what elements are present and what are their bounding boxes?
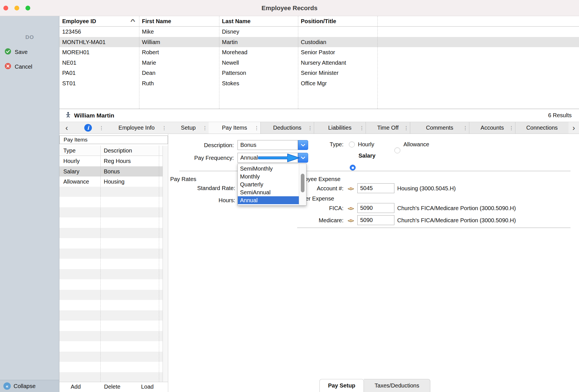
cell-type: Hourly	[59, 156, 100, 166]
cell-employee-id: ST01	[59, 78, 139, 89]
table-row[interactable]: ST01 Ruth Stokes Office Mgr	[59, 78, 579, 89]
tabs-scroll-right-button[interactable]: ›	[569, 122, 579, 134]
collapse-chevrons-icon: «	[3, 382, 11, 390]
tab-menu-icon[interactable]: ⋮	[359, 125, 364, 131]
ledger-icon[interactable]	[347, 217, 355, 224]
radio-allowance[interactable]	[394, 147, 400, 153]
tab-comments[interactable]: Comments⋮	[410, 122, 469, 134]
cell-description: Bonus	[100, 166, 163, 177]
description-field[interactable]: Bonus	[237, 140, 298, 150]
tab-menu-icon[interactable]: ⋮	[254, 125, 259, 131]
tab-connections[interactable]: Connections	[515, 122, 569, 134]
tab-taxes-deductions[interactable]: Taxes/Deductions	[364, 379, 430, 392]
tab-menu-icon[interactable]: ⋮	[202, 125, 207, 131]
radio-hourly[interactable]	[349, 141, 355, 147]
table-row[interactable]: MOREH01 Robert Morehead Senior Pastor	[59, 47, 579, 58]
collapse-label: Collapse	[14, 383, 36, 389]
menu-item-quarterly[interactable]: Quarterly	[238, 180, 299, 188]
menu-item-annual-selected[interactable]: Annual	[238, 196, 299, 204]
ledger-icon[interactable]	[347, 186, 355, 192]
tab-deductions[interactable]: Deductions⋮	[260, 122, 314, 134]
cell-position	[298, 27, 377, 37]
tab-time-off[interactable]: Time Off⋮	[366, 122, 410, 134]
sort-ascending-icon[interactable]: ^	[130, 16, 135, 26]
add-pay-item-button[interactable]: Add	[71, 384, 81, 390]
tab-liabilities[interactable]: Liabilities⋮	[314, 122, 366, 134]
pay-item-row[interactable]: Hourly Reg Hours	[59, 156, 163, 166]
medicare-description: Church's FICA/Medicare Portion (3000.509…	[397, 216, 516, 224]
menu-item-semiannual[interactable]: SemiAnnual	[238, 188, 299, 196]
pay-frequency-dropdown-button[interactable]	[298, 153, 308, 163]
menu-item-monthly[interactable]: Monthly	[238, 173, 299, 180]
description-label: Description:	[170, 141, 234, 149]
menu-item-semimonthly[interactable]: SemiMonthly	[238, 165, 299, 173]
pay-items-scrollbar[interactable]	[163, 146, 168, 382]
table-row[interactable]: 123456 Mike Disney	[59, 27, 579, 37]
table-row-selected[interactable]: MONTHLY-MA01 William Martin Custodian	[59, 37, 579, 47]
column-header-position-title[interactable]: Position/Title	[298, 16, 377, 26]
tab-setup[interactable]: Setup⋮	[168, 122, 209, 134]
column-divider	[298, 16, 298, 109]
tab-menu-icon[interactable]: ⋮	[509, 125, 514, 131]
tab-menu-icon[interactable]: ⋮	[162, 125, 167, 131]
tabs-scroll-left-button[interactable]: ‹	[59, 122, 74, 134]
column-header-last-name[interactable]: Last Name	[219, 16, 298, 26]
cell-last-name: Stokes	[219, 78, 298, 89]
cell-employee-id: PA01	[59, 68, 139, 78]
radio-salary-label[interactable]: Salary	[358, 152, 375, 160]
collapse-sidebar-button[interactable]: « Collapse	[0, 380, 59, 392]
radio-salary-selected[interactable]	[350, 165, 356, 171]
cell-first-name: Mike	[139, 27, 219, 37]
tab-menu-icon[interactable]: ⋮	[463, 125, 468, 131]
tab-pay-setup[interactable]: Pay Setup	[319, 379, 364, 392]
delete-pay-item-button[interactable]: Delete	[104, 384, 120, 390]
radio-hourly-label[interactable]: Hourly	[358, 140, 374, 148]
record-header-bar: William Martin 6 Results	[59, 109, 579, 122]
dropdown-scrollbar[interactable]	[299, 164, 306, 205]
tab-employee-info[interactable]: Employee Info⋮	[105, 122, 168, 134]
scrollbar-thumb[interactable]	[301, 174, 304, 192]
results-count: 6 Results	[548, 112, 579, 119]
cell-position: Office Mgr	[298, 78, 377, 89]
cell-first-name: William	[139, 37, 219, 47]
panel-divider	[168, 134, 168, 392]
sidebar: DO Save Cancel	[0, 16, 59, 392]
employee-table-body: 123456 Mike Disney MONTHLY-MA01 William …	[59, 27, 579, 88]
tab-menu-icon[interactable]: ⋮	[308, 125, 312, 131]
cell-first-name: Ruth	[139, 78, 219, 89]
table-row[interactable]: PA01 Dean Patterson Senior Minister	[59, 68, 579, 78]
cell-type: Salary	[59, 166, 100, 177]
minimize-window-button[interactable]	[14, 6, 19, 10]
pay-items-column-headers: Type Description	[59, 146, 163, 156]
cancel-button[interactable]: Cancel	[0, 61, 59, 72]
account-number-field[interactable]: 5045	[357, 183, 394, 193]
tab-record-info[interactable]: i ⋮	[74, 122, 105, 134]
medicare-account-field[interactable]: 5090	[357, 215, 394, 225]
hours-label: Hours:	[170, 196, 235, 204]
ledger-icon[interactable]	[347, 205, 355, 212]
tab-pay-items[interactable]: Pay Items⋮	[209, 122, 260, 134]
radio-allowance-label[interactable]: Allowance	[403, 140, 429, 148]
tab-accounts[interactable]: Accounts⋮	[469, 122, 515, 134]
bottom-tab-bar: Pay Setup Taxes/Deductions	[319, 379, 430, 392]
fica-account-field[interactable]: 5090	[357, 203, 394, 213]
column-header-type[interactable]: Type	[59, 146, 100, 156]
pay-frequency-value: Annual	[240, 154, 258, 161]
close-window-button[interactable]	[3, 6, 8, 10]
x-circle-icon	[5, 63, 11, 71]
load-pay-item-button[interactable]: Load	[141, 384, 154, 390]
column-header-description[interactable]: Description	[100, 146, 163, 156]
pay-items-empty-rows[interactable]	[59, 187, 163, 382]
column-header-first-name[interactable]: First Name	[139, 16, 219, 26]
cell-last-name: Disney	[219, 27, 298, 37]
save-button[interactable]: Save	[0, 46, 59, 58]
pay-item-row[interactable]: Allowance Housing	[59, 177, 163, 187]
column-divider	[159, 146, 159, 382]
tab-menu-icon[interactable]: ⋮	[404, 125, 409, 131]
zoom-window-button[interactable]	[25, 6, 30, 10]
pay-frequency-field[interactable]: Annual	[237, 153, 298, 163]
table-row[interactable]: NE01 Marie Newell Nursery Attendant	[59, 58, 579, 68]
column-header-employee-id[interactable]: Employee ID ^	[59, 16, 139, 26]
pay-item-row-selected[interactable]: Salary Bonus	[59, 166, 163, 177]
tab-menu-icon[interactable]: ⋮	[99, 125, 104, 131]
